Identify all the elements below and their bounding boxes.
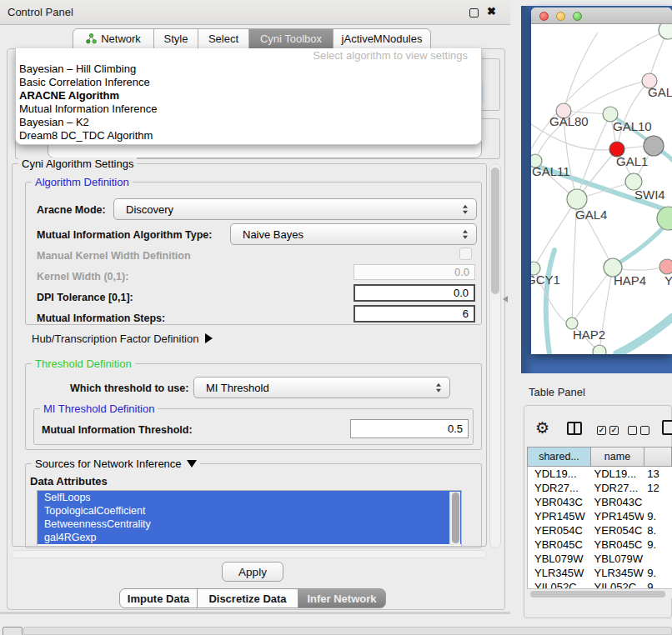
node-gal4[interactable] <box>567 189 587 209</box>
cell-value[interactable]: 8. <box>644 524 672 537</box>
algorithm-option[interactable]: Dream8 DC_TDC Algorithm <box>16 129 481 142</box>
cell-value[interactable]: 12 <box>644 482 672 494</box>
cell-shared-name[interactable]: YBR043C <box>528 496 591 508</box>
select-all-checkbox-icon[interactable]: ✓ <box>609 426 619 435</box>
table-row[interactable]: YDL19... YDL19... 13 <box>528 467 672 481</box>
cell-name[interactable]: YBR045C <box>591 538 644 551</box>
cell-shared-name[interactable]: YER054C <box>528 524 591 537</box>
minimized-panel-icon[interactable] <box>3 627 23 635</box>
attribute-item-selected[interactable]: SelfLoops <box>38 491 461 504</box>
cell-name[interactable]: YBL079W <box>591 552 644 565</box>
scrollbar-thumb[interactable] <box>530 591 665 598</box>
tab-discretize-data[interactable]: Discretize Data <box>197 588 298 608</box>
cell-value[interactable]: 9. <box>644 538 672 551</box>
network-canvas[interactable]: GAL GAL80 GAL10 GAL1 GAL11 SWI4 GAL4 GCY… <box>531 24 672 354</box>
tab-infer-network[interactable]: Infer Network <box>298 588 386 608</box>
table-row[interactable]: YBL079W YBL079W <box>528 552 672 566</box>
node-swi4[interactable] <box>657 207 672 230</box>
float-panel-icon[interactable] <box>469 8 479 18</box>
hub-definition-toggle[interactable]: Hub/Transcription Factor Definition <box>32 332 213 345</box>
tab-select[interactable]: Select <box>198 28 249 49</box>
node-top-partial[interactable] <box>659 24 672 39</box>
column-header-shared-name[interactable]: shared... <box>527 447 591 467</box>
collapse-down-icon[interactable] <box>187 460 197 468</box>
network-window-titlebar[interactable] <box>531 8 672 24</box>
deselect-all-checkbox-icon[interactable] <box>628 426 637 435</box>
cell-name[interactable]: YER054C <box>591 524 644 537</box>
table-row[interactable]: YBR043C YBR043C <box>528 495 672 509</box>
algorithm-option[interactable]: Mutual Information Inference <box>16 102 481 116</box>
cell-name[interactable]: YPR145W <box>591 510 644 522</box>
cell-value[interactable]: 9. <box>644 567 672 579</box>
table-row[interactable]: YDR27... YDR27... 12 <box>528 481 672 495</box>
node-gray[interactable] <box>644 136 664 156</box>
document-icon[interactable] <box>662 420 672 435</box>
settings-vertical-scrollbar[interactable] <box>489 163 501 548</box>
cell-name[interactable]: YLR345W <box>591 567 644 579</box>
mi-steps-input[interactable]: 6 <box>354 305 475 322</box>
columns-icon[interactable] <box>567 422 582 435</box>
table-row[interactable]: YLR345W YLR345W 9. <box>528 566 672 580</box>
mi-threshold-value: 0.5 <box>448 422 463 435</box>
scrollbar-thumb[interactable] <box>491 168 499 294</box>
algorithm-option[interactable]: Bayesian – K2 <box>16 116 481 129</box>
cell-name[interactable]: YBR043C <box>591 496 644 508</box>
cell-name[interactable]: YIL052C <box>591 581 644 588</box>
cell-name[interactable]: YDL19... <box>591 468 644 480</box>
settings-horizontal-scrollbar[interactable] <box>12 550 487 558</box>
attributes-scrollbar[interactable] <box>449 492 460 545</box>
manual-kernel-width-checkbox[interactable] <box>459 248 472 260</box>
cell-shared-name[interactable]: YIL052C <box>528 581 591 588</box>
cell-value[interactable]: 9. <box>644 510 672 522</box>
tab-impute-data[interactable]: Impute Data <box>119 588 198 608</box>
column-header-name[interactable]: name <box>590 447 644 467</box>
which-threshold-combobox[interactable]: MI Threshold <box>193 377 450 398</box>
sources-toggle[interactable]: Sources for Network Inference <box>32 458 200 470</box>
deselect-all-checkbox-icon[interactable] <box>640 426 649 435</box>
attribute-item-selected[interactable]: gal4RGexp <box>38 531 461 544</box>
column-header-partial[interactable] <box>644 447 672 467</box>
panel-collapse-handle-icon[interactable] <box>503 296 508 302</box>
zoom-traffic-light-icon[interactable] <box>573 12 582 21</box>
kernel-width-input[interactable]: 0.0 <box>354 264 475 280</box>
close-icon[interactable]: ✖ <box>487 5 496 18</box>
collapse-right-icon[interactable] <box>205 333 213 343</box>
table-row[interactable]: YPR145W YPR145W 9. <box>528 509 672 523</box>
cell-shared-name[interactable]: YDR27... <box>528 482 591 494</box>
cell-shared-name[interactable]: YLR345W <box>528 567 591 579</box>
algorithm-option-selected[interactable]: ARACNE Algorithm <box>16 89 481 102</box>
tab-network[interactable]: Network <box>73 28 154 49</box>
cell-shared-name[interactable]: YDL19... <box>528 468 591 480</box>
table-horizontal-scrollbar[interactable] <box>527 588 672 598</box>
cell-value[interactable]: 13 <box>644 468 672 480</box>
cell-shared-name[interactable]: YBR045C <box>528 538 591 551</box>
cell-value[interactable]: 9 <box>644 581 672 588</box>
algorithm-option[interactable]: Bayesian – Hill Climbing <box>16 62 481 76</box>
minimize-traffic-light-icon[interactable] <box>556 12 565 21</box>
cell-shared-name[interactable]: YPR145W <box>528 510 591 522</box>
collapsed-bottom-bar[interactable] <box>23 627 672 635</box>
cell-shared-name[interactable]: YBL079W <box>528 552 591 565</box>
spinner-arrows-icon <box>463 230 468 239</box>
mi-threshold-input[interactable]: 0.5 <box>350 419 469 438</box>
select-all-checkbox-icon[interactable]: ✓ <box>597 426 606 435</box>
which-threshold-value: MI Threshold <box>206 382 269 394</box>
node-salmon[interactable] <box>659 259 672 274</box>
aracne-mode-combobox[interactable]: Discovery <box>113 198 477 220</box>
tab-style[interactable]: Style <box>153 28 198 49</box>
table-row[interactable]: YER054C YER054C 8. <box>528 523 672 538</box>
gear-icon[interactable]: ⚙ <box>535 418 549 438</box>
tab-jactivemnodules[interactable]: jActiveMNodules <box>333 28 431 49</box>
tab-cyni-toolbox[interactable]: Cyni Toolbox <box>248 28 333 49</box>
cell-name[interactable]: YDR27... <box>591 482 644 494</box>
table-row[interactable]: YBR045C YBR045C 9. <box>528 538 672 552</box>
attribute-item-selected[interactable]: BetweennessCentrality <box>38 518 461 531</box>
attribute-item-selected[interactable]: TopologicalCoefficient <box>38 504 461 518</box>
node-bottom[interactable] <box>593 345 606 354</box>
algorithm-option[interactable]: Basic Correlation Inference <box>16 76 481 89</box>
apply-button[interactable]: Apply <box>222 562 283 582</box>
close-traffic-light-icon[interactable] <box>539 12 549 21</box>
mi-algorithm-type-combobox[interactable]: Naive Bayes <box>230 223 477 245</box>
dpi-tolerance-input[interactable]: 0.0 <box>354 284 475 302</box>
table-row[interactable]: YIL052C YIL052C 9 <box>528 580 672 588</box>
